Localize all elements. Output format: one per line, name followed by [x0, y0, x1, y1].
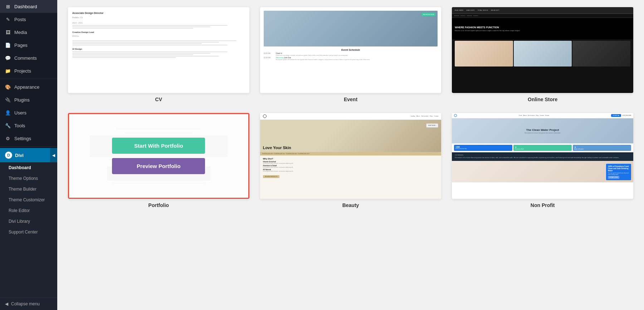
sidebar-bottom: ◀ Collapse menu [0, 297, 57, 310]
submenu-item-theme-builder[interactable]: Theme Builder [0, 184, 57, 195]
theme-card-cv: Associate Design Director Portfolio / CV… [68, 7, 249, 102]
projects-icon: 📁 [5, 68, 11, 74]
collapse-label: Collapse menu [11, 301, 40, 306]
sidebar-item-label: Dashboard [14, 4, 37, 9]
media-icon: 🖼 [5, 29, 11, 35]
theme-card-portfolio: Start With Portfolio Preview Portfolio P… [68, 113, 249, 208]
divi-submenu: Dashboard Theme Options Theme Builder Th… [0, 162, 57, 237]
sidebar-item-settings[interactable]: ⚙ Settings [0, 132, 57, 145]
divi-logo: D [5, 152, 12, 159]
sidebar-item-projects[interactable]: 📁 Projects [0, 64, 57, 77]
divi-header[interactable]: D Divi ◀ [0, 148, 57, 162]
collapse-icon: ◀ [5, 301, 8, 306]
store-theme-name: Online Store [452, 97, 633, 102]
plugins-icon: 🔌 [5, 97, 11, 103]
sidebar-item-label: Media [14, 30, 27, 35]
submenu-item-role-editor[interactable]: Role Editor [0, 205, 57, 216]
submenu-item-theme-customizer[interactable]: Theme Customizer [0, 195, 57, 205]
theme-preview-online-store[interactable]: BLAC KBIRDJEAN IVORYTOTAL: $130.00WE ACC… [452, 7, 633, 93]
sidebar-item-label: Appearance [14, 84, 39, 90]
theme-preview-beauty[interactable]: Landing About Get Involved Shop Contact … [260, 113, 441, 199]
preview-nonprofit-button[interactable]: Preview Non Profit [496, 158, 589, 174]
sidebar-item-label: Plugins [14, 97, 30, 103]
portfolio-theme-name: Portfolio [68, 202, 249, 208]
sidebar-item-plugins[interactable]: 🔌 Plugins [0, 93, 57, 106]
sidebar-item-appearance[interactable]: 🎨 Appearance [0, 80, 57, 93]
sidebar-item-label: Settings [14, 136, 31, 141]
theme-preview-nonprofit[interactable]: HomeAboutGet InvolvedShopContactDonate D… [452, 113, 633, 199]
pages-icon: 📄 [5, 42, 11, 48]
dashboard-icon: ⊞ [5, 4, 11, 9]
sidebar-item-posts[interactable]: ✎ Posts [0, 13, 57, 26]
theme-preview-portfolio[interactable]: Start With Portfolio Preview Portfolio [68, 113, 249, 199]
preview-store-button[interactable]: Preview Online Store [496, 52, 589, 68]
submenu-item-support-center[interactable]: Support Center [0, 227, 57, 237]
sidebar-item-media[interactable]: 🖼 Media [0, 26, 57, 39]
users-icon: 👤 [5, 110, 11, 115]
event-theme-name: Event [260, 97, 441, 102]
submenu-item-divi-library[interactable]: Divi Library [0, 216, 57, 227]
theme-card-event: REGISTER NOW Event Schedule 10:00 AM Che… [260, 7, 441, 102]
preview-event-button[interactable]: Preview Event [304, 52, 397, 68]
theme-card-beauty: Landing About Get Involved Shop Contact … [260, 113, 441, 208]
sidebar: ⊞ Dashboard ✎ Posts 🖼 Media 📄 Pages 💬 Co… [0, 0, 57, 310]
sidebar-item-label: Tools [14, 123, 25, 128]
posts-icon: ✎ [5, 16, 11, 22]
preview-portfolio-button[interactable]: Preview Portfolio [112, 158, 205, 174]
submenu-item-theme-options[interactable]: Theme Options [0, 173, 57, 184]
sidebar-item-users[interactable]: 👤 Users [0, 106, 57, 119]
divi-section: D Divi ◀ Dashboard Theme Options Theme B… [0, 148, 57, 237]
start-event-button[interactable]: Start With Event [304, 32, 397, 48]
preview-beauty-button[interactable]: Preview Beauty [304, 158, 397, 174]
start-portfolio-button[interactable]: Start With Portfolio [112, 138, 205, 154]
themes-grid: Associate Design Director Portfolio / CV… [68, 7, 633, 208]
sidebar-item-tools[interactable]: 🔧 Tools [0, 119, 57, 132]
theme-card-online-store: BLAC KBIRDJEAN IVORYTOTAL: $130.00WE ACC… [452, 7, 633, 102]
start-nonprofit-button[interactable]: Start With Non Profit [496, 138, 589, 154]
theme-preview-event[interactable]: REGISTER NOW Event Schedule 10:00 AM Che… [260, 7, 441, 93]
start-cv-button[interactable]: Start With CV [112, 32, 205, 48]
sidebar-item-label: Comments [14, 55, 37, 61]
divi-label: Divi [15, 153, 24, 158]
portfolio-overlay: Start With Portfolio Preview Portfolio [69, 114, 248, 198]
tools-icon: 🔧 [5, 123, 11, 128]
start-beauty-button[interactable]: Start With Beauty [304, 138, 397, 154]
sidebar-item-dashboard[interactable]: ⊞ Dashboard [0, 0, 57, 13]
beauty-theme-name: Beauty [260, 202, 441, 208]
cv-theme-name: CV [68, 97, 249, 102]
theme-card-nonprofit: HomeAboutGet InvolvedShopContactDonate D… [452, 113, 633, 208]
sidebar-item-label: Users [14, 110, 26, 115]
divi-arrow-icon: ◀ [50, 148, 57, 162]
start-store-button[interactable]: Start With Online Store [496, 32, 589, 48]
nonprofit-theme-name: Non Profit [452, 202, 633, 208]
comments-icon: 💬 [5, 55, 11, 61]
theme-preview-cv[interactable]: Associate Design Director Portfolio / CV… [68, 7, 249, 93]
sidebar-item-label: Projects [14, 68, 31, 74]
appearance-icon: 🎨 [5, 84, 11, 90]
sidebar-item-pages[interactable]: 📄 Pages [0, 39, 57, 51]
submenu-item-dashboard[interactable]: Dashboard [0, 162, 57, 173]
sidebar-item-comments[interactable]: 💬 Comments [0, 51, 57, 64]
main-content: Associate Design Director Portfolio / CV… [57, 0, 644, 310]
settings-icon: ⚙ [5, 136, 11, 141]
preview-cv-button[interactable]: Preview CV [112, 52, 205, 68]
sidebar-item-label: Posts [14, 17, 26, 22]
collapse-menu-button[interactable]: ◀ Collapse menu [0, 298, 57, 310]
sidebar-item-label: Pages [14, 43, 28, 48]
